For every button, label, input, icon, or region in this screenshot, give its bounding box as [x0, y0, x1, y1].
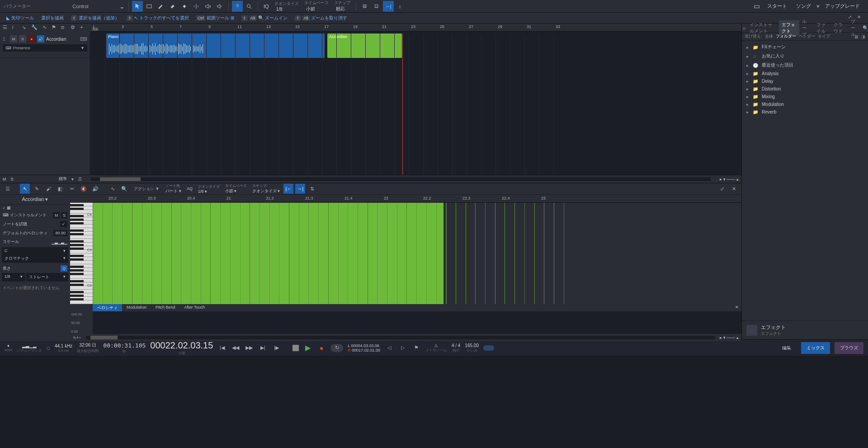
mix-view-button[interactable]: ミックス — [801, 342, 830, 354]
zoom-controls[interactable]: ▸ ▾ ─── ▴ — [720, 335, 739, 340]
scroll-lock-1-icon[interactable]: |← — [283, 184, 293, 194]
tree-node[interactable]: ▸📁Distortion — [742, 85, 868, 93]
home-icon[interactable]: ⌂ — [742, 25, 747, 30]
s-button[interactable]: S — [61, 212, 67, 219]
autoscroll-icon[interactable]: →| — [383, 1, 394, 12]
arrow-tool-icon[interactable]: ↖ — [20, 184, 30, 194]
browse-view-button[interactable]: ブラウズ — [835, 342, 863, 354]
playhead[interactable] — [402, 33, 403, 175]
snap-group[interactable]: スナップ 順応 — [334, 0, 350, 12]
zoom-mode[interactable]: 標準 — [59, 176, 67, 182]
gear-icon[interactable]: ⚙ — [71, 24, 78, 33]
track-lanes[interactable]: Piano Accordian — [90, 33, 741, 175]
time-display[interactable]: 00:00:31.105 — [103, 342, 146, 349]
scroll-lock-2-icon[interactable]: →| — [295, 184, 305, 194]
search-icon[interactable]: 🔍 — [119, 184, 129, 194]
tree-node[interactable]: ▸📁FXチェーン — [742, 43, 868, 52]
remove-icon[interactable]: − — [79, 335, 81, 340]
expand-icon[interactable]: ⤢ — [717, 184, 727, 194]
menu-icon[interactable]: ☰ — [3, 184, 13, 194]
sort-all[interactable]: 全体 — [765, 33, 773, 39]
track-name[interactable]: Accordian — [46, 37, 66, 42]
aftertouch-tab[interactable]: After Touch — [180, 304, 209, 311]
curve-icon[interactable]: ∿ — [73, 335, 76, 340]
timesig-value[interactable]: 4 / 4 — [452, 343, 460, 348]
sort-vendor[interactable]: ベンダー — [799, 33, 815, 39]
length-value-select[interactable]: 1/8▾ — [2, 273, 25, 281]
select-all-track-button[interactable]: ⇧ ↖ トラックのすべてを選択 — [124, 14, 192, 22]
wrench-icon[interactable]: 🔧 — [31, 24, 39, 33]
listen-tool-icon[interactable] — [214, 1, 225, 12]
monitor-button[interactable]: 🔊 — [37, 35, 44, 43]
edit-view-button[interactable]: 編集 — [777, 342, 797, 354]
snap-toggle-2-icon[interactable]: ⊡ — [371, 1, 382, 12]
view-icon[interactable]: ▦ — [854, 34, 859, 39]
control-dropdown[interactable]: Control — [35, 4, 126, 9]
upgrade-button[interactable]: アップグレード — [821, 1, 864, 11]
tree-node[interactable]: ▸📁Modulation — [742, 100, 868, 108]
sort-folder[interactable]: フォルダー — [776, 33, 796, 39]
info-icon[interactable]: i — [12, 24, 20, 33]
help-icon[interactable]: ? — [232, 1, 243, 12]
preview-note-toggle[interactable]: ✓ — [60, 221, 67, 227]
pitchbend-tab[interactable]: Pitch Bend — [151, 304, 180, 311]
close-lane-icon[interactable]: ✕ — [732, 304, 741, 311]
pencil-tool-icon[interactable]: ✎ — [32, 184, 42, 194]
record-button[interactable]: ● — [317, 343, 326, 353]
metronome-icon[interactable]: △ — [434, 343, 438, 348]
rewind-icon[interactable]: ◀◀ — [231, 343, 240, 353]
tempo-value[interactable]: 165.00 — [465, 343, 479, 348]
tree-node[interactable]: ▸📁Delay — [742, 77, 868, 85]
midi-timebase-group[interactable]: タイムベース 小節 ▾ — [225, 183, 247, 194]
range-tool-button[interactable]: Ctrl 範囲ツール ⊞ — [193, 14, 237, 22]
ripple-icon[interactable]: ↕ — [395, 1, 406, 12]
keyboard-icon[interactable]: ⌨ — [80, 36, 87, 42]
paint-tool-icon[interactable] — [167, 1, 178, 12]
draw-selection-button[interactable]: 選択を描画 — [38, 14, 66, 22]
notes-icon[interactable]: ♪ — [3, 205, 5, 210]
m-button[interactable]: M — [53, 212, 60, 219]
start-button[interactable]: スタート — [763, 1, 792, 11]
toggle-icon[interactable] — [483, 345, 494, 351]
close-icon[interactable]: ✕ — [729, 184, 739, 194]
record-arm-button[interactable]: ● — [28, 35, 35, 43]
menu-icon[interactable]: ☰ — [3, 24, 10, 33]
song-button[interactable]: ソング — [792, 1, 816, 11]
action-dropdown[interactable]: アクション ▼ — [131, 185, 162, 193]
horizontal-scrollbar[interactable] — [91, 177, 711, 181]
menu-icon[interactable]: ☰ — [78, 177, 82, 181]
marker-next-icon[interactable]: ▷ — [398, 343, 407, 353]
position-display[interactable]: 00022.02.03.15 小節 — [150, 340, 213, 356]
flag-icon[interactable]: ⚑ — [412, 343, 421, 353]
listen-tool-icon[interactable]: 🔊 — [90, 184, 100, 194]
drive-icon[interactable] — [751, 1, 762, 12]
split-tool-icon[interactable] — [191, 1, 202, 12]
stop-button[interactable] — [292, 345, 299, 351]
zoom-undo-button[interactable]: ⇧Alt ズームを取り消す — [292, 14, 350, 22]
solo-button[interactable]: S — [19, 35, 26, 43]
arrow-tool-button[interactable]: ◣ 矢印ツール — [4, 14, 37, 22]
zoom-in-button[interactable]: ⇧Alt 🔍 ズームイン — [239, 14, 290, 22]
tree-node[interactable]: ▸📁Reverb — [742, 108, 868, 116]
instrument-preset[interactable]: ⌨ Presence ▼ — [3, 44, 87, 52]
drums-icon[interactable]: ▦ — [7, 205, 11, 210]
forward-end-icon[interactable]: ▶| — [258, 343, 267, 353]
global-solo[interactable]: S — [11, 177, 14, 181]
clip-piano[interactable]: Piano — [106, 33, 325, 58]
play-button[interactable]: ▶ — [303, 343, 312, 353]
mute-tool-icon[interactable] — [203, 1, 213, 12]
eraser-tool-icon[interactable]: ◧ — [55, 184, 65, 194]
zoom-controls[interactable]: ▸ ▾ ─── ▴ — [720, 177, 739, 181]
default-velocity-value[interactable]: 80.00 — [53, 230, 67, 236]
velocity-tab[interactable]: ベロシティ — [93, 304, 122, 311]
q-link-button[interactable]: Q — [61, 265, 67, 272]
midi-playhead[interactable] — [446, 203, 447, 304]
flag-icon[interactable]: ⚑ — [52, 24, 59, 33]
rewind-start-icon[interactable]: |◀ — [217, 343, 226, 353]
clip-accordian[interactable]: Accordian — [327, 33, 402, 58]
mute-button[interactable]: M — [10, 35, 17, 43]
keyboard-preview-icon[interactable]: ▁▃▁▃▁ — [52, 240, 67, 244]
piano-keyboard[interactable]: C4C3C2 — [70, 203, 93, 304]
tree-node[interactable]: ▸📁Mixing — [742, 93, 868, 100]
velocity-grid[interactable] — [93, 311, 741, 334]
